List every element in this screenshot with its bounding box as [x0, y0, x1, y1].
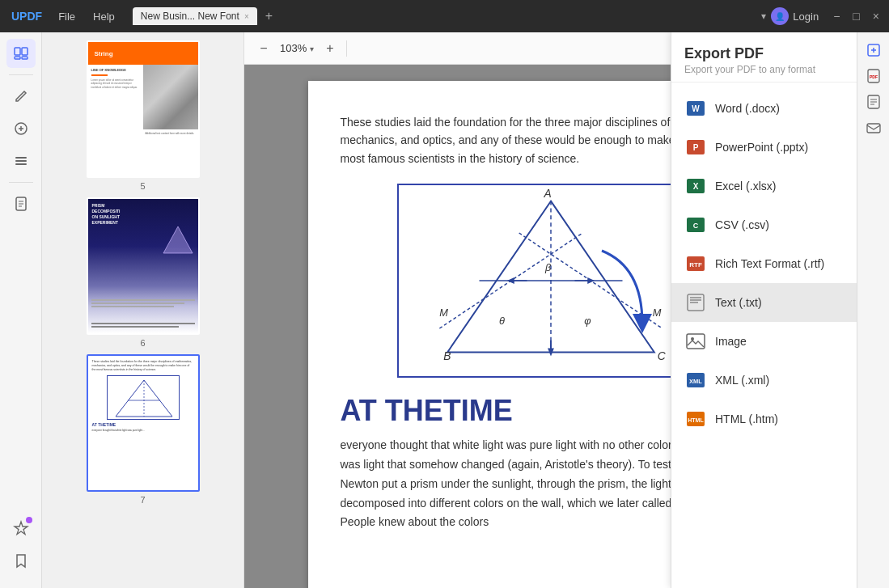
- export-list: W Word (.docx) P PowerPoint (.pptx): [671, 82, 857, 588]
- svg-text:HTML: HTML: [688, 417, 704, 423]
- svg-text:B: B: [443, 351, 451, 363]
- sidebar-item-tools[interactable]: [6, 146, 36, 176]
- close-btn[interactable]: ×: [870, 8, 883, 24]
- export-label-txt: Text (.txt): [715, 296, 762, 309]
- svg-rect-5: [15, 157, 27, 159]
- export-label-rtf: Rich Text Format (.rtf): [715, 257, 824, 270]
- dropdown-arrow-icon[interactable]: ▾: [761, 11, 766, 22]
- sidebar-item-pages[interactable]: [6, 189, 36, 218]
- tab-area: New Busin... New Font × +: [133, 7, 757, 25]
- export-label-html: HTML (.htm): [715, 412, 778, 425]
- csv-icon: C: [684, 214, 707, 236]
- thumbnail-number-6: 6: [140, 338, 145, 348]
- ppt-icon: P: [684, 136, 707, 159]
- svg-text:XML: XML: [689, 378, 702, 385]
- svg-rect-7: [15, 163, 27, 165]
- sidebar-item-annotate[interactable]: [6, 114, 36, 143]
- sidebar-bottom: [6, 514, 36, 582]
- svg-rect-45: [687, 334, 705, 349]
- svg-text:C: C: [693, 222, 699, 230]
- left-sidebar: [0, 32, 42, 588]
- svg-rect-3: [22, 57, 28, 59]
- login-button[interactable]: 👤 Login: [771, 7, 819, 25]
- html-icon: HTML: [684, 408, 707, 430]
- export-label-word: Word (.docx): [715, 102, 780, 115]
- zoom-control: − 103% ▾ +: [254, 39, 340, 58]
- export-item-txt[interactable]: Text (.txt): [671, 283, 857, 322]
- svg-text:P: P: [693, 143, 699, 152]
- sidebar-item-bookmark[interactable]: [6, 546, 36, 575]
- login-label: Login: [793, 11, 819, 23]
- export-item-xml[interactable]: XML XML (.xml): [671, 361, 857, 400]
- export-item-word[interactable]: W Word (.docx): [671, 89, 857, 128]
- thumbnail-panel: String LINE OF KNOWLEDGE Lorem ipsum dol…: [42, 32, 244, 588]
- tab-label: New Busin... New Font: [141, 11, 239, 22]
- thumbnail-number-7: 7: [140, 495, 145, 505]
- image-icon: [684, 330, 707, 353]
- excel-icon: X: [684, 175, 707, 197]
- active-tab[interactable]: New Busin... New Font ×: [133, 7, 257, 25]
- export-item-csv[interactable]: C CSV (.csv): [671, 205, 857, 244]
- txt-icon: [684, 291, 707, 314]
- tab-close-btn[interactable]: ×: [244, 12, 249, 21]
- toolbar-separator: [346, 40, 347, 57]
- right-icon-edit[interactable]: [862, 91, 885, 113]
- thumbnail-item-5[interactable]: String LINE OF KNOWLEDGE Lorem ipsum dol…: [87, 40, 200, 191]
- menu-file[interactable]: File: [52, 9, 82, 24]
- top-right-controls: ▾ 👤 Login − □ ×: [761, 7, 883, 25]
- svg-text:φ: φ: [584, 315, 591, 327]
- notification-dot: [26, 517, 32, 523]
- sidebar-item-sticker[interactable]: [6, 514, 36, 543]
- zoom-in-btn[interactable]: +: [320, 39, 340, 58]
- thumbnail-item-6[interactable]: PRISMDECOMPOSITION SUNLIGHTEXPERIMENT: [87, 197, 200, 348]
- svg-marker-9: [163, 226, 193, 253]
- thumbnail-image-7: These studies laid the foundation for th…: [87, 354, 200, 492]
- svg-rect-1: [22, 48, 28, 55]
- export-label-csv: CSV (.csv): [715, 218, 769, 231]
- minimize-btn[interactable]: −: [830, 8, 843, 24]
- svg-text:RTF: RTF: [689, 261, 702, 269]
- sidebar-item-thumbnail[interactable]: [6, 39, 36, 68]
- right-sidebar: PDF: [857, 32, 889, 588]
- export-item-rtf[interactable]: RTF Rich Text Format (.rtf): [671, 244, 857, 283]
- svg-rect-56: [867, 124, 880, 133]
- word-icon: W: [684, 97, 707, 120]
- user-avatar: 👤: [771, 7, 789, 25]
- maximize-btn[interactable]: □: [849, 8, 862, 24]
- export-label-xml: XML (.xml): [715, 374, 769, 387]
- thumbnail-item-7[interactable]: These studies laid the foundation for th…: [87, 354, 200, 505]
- svg-text:PDF: PDF: [870, 74, 878, 79]
- xml-icon: XML: [684, 369, 707, 391]
- export-item-excel[interactable]: X Excel (.xlsx): [671, 167, 857, 205]
- right-icon-export[interactable]: [862, 39, 885, 61]
- zoom-value[interactable]: 103% ▾: [277, 40, 317, 56]
- svg-line-10: [116, 380, 144, 417]
- svg-text:θ: θ: [499, 315, 505, 327]
- export-subtitle: Export your PDF to any format: [684, 64, 844, 75]
- zoom-out-btn[interactable]: −: [254, 39, 273, 58]
- sidebar-item-edit[interactable]: [6, 82, 36, 111]
- new-tab-btn[interactable]: +: [260, 7, 277, 25]
- svg-text:A: A: [543, 188, 551, 200]
- svg-text:β: β: [544, 261, 551, 273]
- right-icon-pdf[interactable]: PDF: [862, 65, 885, 87]
- svg-line-11: [144, 380, 172, 417]
- export-label-ppt: PowerPoint (.pptx): [715, 141, 808, 154]
- app-logo: UPDF: [6, 8, 47, 24]
- window-controls: − □ ×: [830, 8, 883, 24]
- export-item-html[interactable]: HTML HTML (.htm): [671, 400, 857, 438]
- export-panel: Export PDF Export your PDF to any format…: [671, 32, 857, 588]
- sidebar-separator-2: [9, 182, 33, 183]
- export-header: Export PDF Export your PDF to any format: [671, 32, 857, 82]
- export-item-ppt[interactable]: P PowerPoint (.pptx): [671, 128, 857, 167]
- svg-rect-2: [15, 57, 20, 59]
- main-layout: String LINE OF KNOWLEDGE Lorem ipsum dol…: [0, 32, 889, 588]
- right-icon-mail[interactable]: [862, 116, 885, 139]
- export-title: Export PDF: [684, 45, 844, 62]
- svg-text:W: W: [692, 104, 700, 113]
- export-label-excel: Excel (.xlsx): [715, 180, 776, 192]
- export-item-image[interactable]: Image: [671, 322, 857, 361]
- menu-help[interactable]: Help: [87, 9, 121, 24]
- svg-rect-0: [15, 48, 20, 55]
- thumbnail-image-5: String LINE OF KNOWLEDGE Lorem ipsum dol…: [87, 40, 200, 178]
